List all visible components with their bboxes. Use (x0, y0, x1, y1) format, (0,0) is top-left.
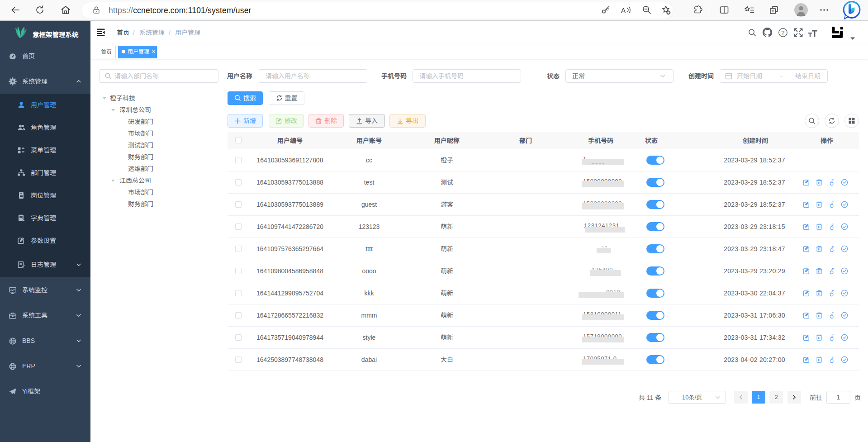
svg-text:?: ? (781, 29, 784, 36)
svg-text:A: A (621, 6, 626, 14)
